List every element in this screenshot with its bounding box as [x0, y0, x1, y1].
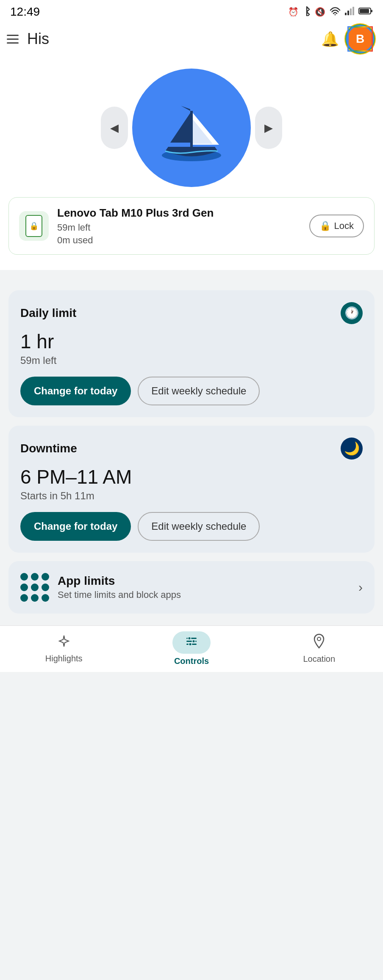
- svg-rect-1: [345, 13, 347, 15]
- apps-grid-icon: [20, 573, 49, 602]
- wifi-icon: [330, 7, 341, 17]
- daily-limit-actions: Change for today Edit weekly schedule: [20, 377, 363, 405]
- app-limits-sub: Set time limits and block apps: [58, 589, 350, 600]
- downtime-change-today-button[interactable]: Change for today: [20, 512, 131, 541]
- svg-point-15: [189, 643, 192, 646]
- clock-icon: 🕐: [341, 302, 363, 324]
- daily-limit-card: Daily limit 🕐 1 hr 59m left Change for t…: [8, 290, 375, 417]
- alarm-icon: ⏰: [288, 7, 299, 17]
- avatar[interactable]: B: [347, 26, 373, 52]
- moon-icon: 🌙: [341, 438, 363, 460]
- svg-rect-3: [350, 8, 352, 15]
- daily-limit-title: Daily limit: [20, 306, 76, 320]
- prev-profile-button[interactable]: ◀: [101, 107, 128, 149]
- svg-point-16: [317, 637, 321, 641]
- battery-icon: [358, 7, 373, 17]
- svg-rect-7: [371, 10, 372, 12]
- downtime-value: 6 PM–11 AM: [20, 465, 363, 488]
- nav-item-controls[interactable]: Controls: [128, 626, 255, 672]
- bluetooth-icon: [303, 6, 311, 18]
- svg-rect-9: [190, 111, 193, 149]
- cards-section: Daily limit 🕐 1 hr 59m left Change for t…: [0, 278, 383, 614]
- downtime-card: Downtime 🌙 6 PM–11 AM Starts in 5h 11m C…: [8, 426, 375, 553]
- device-card: 🔒 Lenovo Tab M10 Plus 3rd Gen 59m left 0…: [8, 197, 375, 255]
- controls-icon: [184, 634, 199, 651]
- device-time-left: 59m left: [57, 222, 301, 233]
- profile-section: ◀: [0, 56, 383, 270]
- nav-item-highlights[interactable]: Highlights: [0, 626, 128, 672]
- status-icons: ⏰ 🔇: [288, 6, 373, 18]
- notification-bell-icon[interactable]: 🔔: [321, 30, 339, 47]
- profile-avatar-circle: [132, 69, 251, 187]
- menu-button[interactable]: [7, 35, 19, 44]
- downtime-header: Downtime 🌙: [20, 438, 363, 460]
- sailboat-illustration: [149, 85, 234, 170]
- nav-label-location: Location: [303, 654, 336, 664]
- top-bar: His 🔔 B: [0, 22, 383, 56]
- nav-label-highlights: Highlights: [45, 654, 83, 663]
- edit-weekly-schedule-button[interactable]: Edit weekly schedule: [138, 377, 260, 405]
- daily-limit-value: 1 hr: [20, 330, 363, 353]
- top-bar-right: 🔔 B: [321, 26, 373, 52]
- status-time: 12:49: [10, 5, 40, 19]
- location-icon: [313, 633, 325, 652]
- svg-point-0: [335, 14, 336, 15]
- daily-limit-sub: 59m left: [20, 355, 363, 366]
- status-bar: 12:49 ⏰ 🔇: [0, 0, 383, 22]
- svg-point-14: [192, 640, 195, 643]
- page-title: His: [27, 30, 49, 48]
- svg-rect-6: [360, 9, 369, 13]
- svg-point-13: [188, 637, 191, 640]
- lock-icon: 🔒: [319, 220, 331, 231]
- content: ◀: [0, 56, 383, 672]
- nav-label-controls: Controls: [174, 656, 209, 666]
- top-bar-left: His: [7, 30, 49, 48]
- nav-item-location[interactable]: Location: [255, 626, 383, 672]
- device-time-used: 0m used: [57, 235, 301, 246]
- device-info: Lenovo Tab M10 Plus 3rd Gen 59m left 0m …: [57, 206, 301, 246]
- device-icon-wrap: 🔒: [19, 211, 49, 241]
- app-limits-card[interactable]: App limits Set time limits and block app…: [8, 561, 375, 614]
- mute-icon: 🔇: [315, 7, 325, 17]
- tablet-icon: 🔒: [25, 215, 42, 237]
- lock-button[interactable]: 🔒 Lock: [309, 215, 364, 237]
- downtime-edit-schedule-button[interactable]: Edit weekly schedule: [138, 512, 260, 541]
- daily-limit-header: Daily limit 🕐: [20, 302, 363, 324]
- app-limits-text: App limits Set time limits and block app…: [58, 574, 350, 600]
- signal-icon: [345, 7, 354, 17]
- svg-rect-4: [352, 7, 354, 15]
- app-limits-title: App limits: [58, 574, 350, 588]
- carousel-area: ◀: [0, 69, 383, 187]
- downtime-title: Downtime: [20, 442, 77, 455]
- highlights-icon: [57, 634, 71, 651]
- downtime-actions: Change for today Edit weekly schedule: [20, 512, 363, 541]
- bottom-nav: Highlights Controls: [0, 625, 383, 672]
- tablet-lock-icon: 🔒: [29, 221, 39, 231]
- device-name: Lenovo Tab M10 Plus 3rd Gen: [57, 206, 301, 220]
- change-for-today-button[interactable]: Change for today: [20, 377, 131, 405]
- svg-rect-2: [347, 11, 349, 15]
- next-profile-button[interactable]: ▶: [255, 107, 282, 149]
- chevron-right-icon: ›: [358, 580, 363, 595]
- downtime-sub: Starts in 5h 11m: [20, 490, 363, 502]
